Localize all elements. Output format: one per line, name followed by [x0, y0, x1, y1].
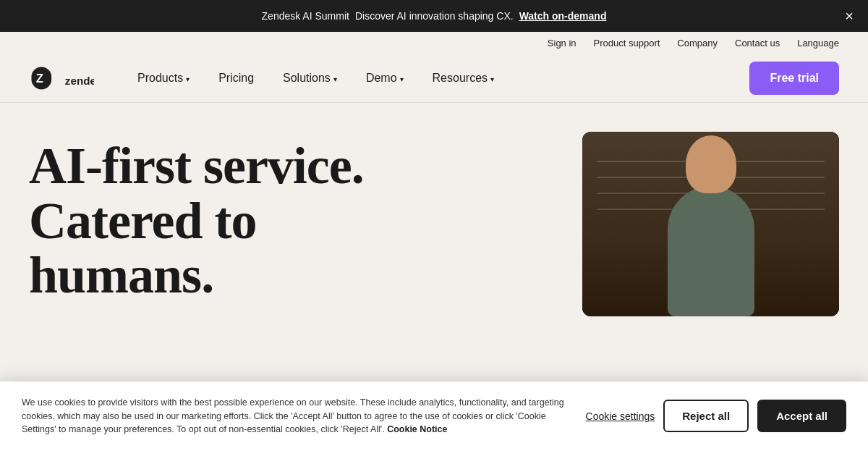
announcement-close-button[interactable]: × [845, 9, 854, 23]
cookie-settings-button[interactable]: Cookie settings [586, 410, 655, 422]
cookie-actions: Cookie settings Reject all Accept all [586, 400, 846, 432]
announcement-bar: Zendesk AI Summit Discover AI innovation… [0, 0, 868, 32]
product-support-link[interactable]: Product support [594, 38, 660, 49]
watch-on-demand-link[interactable]: Watch on-demand [519, 10, 607, 22]
hero-video-placeholder [582, 132, 839, 316]
nav-demo[interactable]: Demo ▾ [352, 64, 418, 92]
reject-all-button[interactable]: Reject all [663, 400, 749, 432]
nav-pricing[interactable]: Pricing [204, 64, 268, 92]
main-nav: zendesk Z Products ▾ Pricing Solutions ▾… [0, 54, 868, 103]
announcement-brand: Zendesk AI Summit [262, 10, 349, 22]
cookie-message: We use cookies to provide visitors with … [22, 397, 564, 435]
cookie-banner: We use cookies to provide visitors with … [0, 382, 868, 451]
cookie-notice-link[interactable]: Cookie Notice [387, 424, 447, 434]
nav-solutions[interactable]: Solutions ▾ [268, 64, 352, 92]
accept-all-button[interactable]: Accept all [757, 400, 846, 432]
demo-chevron-icon: ▾ [400, 75, 404, 83]
hero-line1: AI-first service. [29, 137, 364, 195]
nav-products[interactable]: Products ▾ [123, 64, 204, 92]
nav-links: Products ▾ Pricing Solutions ▾ Demo ▾ Re… [123, 64, 749, 92]
nav-resources[interactable]: Resources ▾ [418, 64, 509, 92]
hero-heading: AI-first service. Catered to humans. [29, 139, 582, 303]
person-image [653, 172, 769, 316]
contact-us-link[interactable]: Contact us [735, 38, 780, 49]
secondary-nav: Sign in Product support Company Contact … [0, 32, 868, 54]
products-chevron-icon: ▾ [186, 75, 190, 83]
hero-line3: humans. [29, 246, 213, 304]
hero-image [582, 132, 839, 316]
solutions-chevron-icon: ▾ [333, 75, 337, 83]
svg-text:zendesk: zendesk [65, 75, 94, 87]
free-trial-button[interactable]: Free trial [749, 62, 839, 95]
announcement-text: Discover AI innovation shaping CX. [355, 10, 514, 22]
svg-text:Z: Z [36, 72, 43, 85]
hero-section: AI-first service. Catered to humans. [0, 103, 868, 349]
resources-chevron-icon: ▾ [490, 75, 494, 83]
hero-line2: Catered to [29, 192, 257, 250]
hero-text: AI-first service. Catered to humans. [29, 132, 582, 303]
company-link[interactable]: Company [677, 38, 718, 49]
language-link[interactable]: Language [797, 38, 839, 49]
sign-in-link[interactable]: Sign in [548, 38, 576, 49]
cookie-text: We use cookies to provide visitors with … [22, 396, 571, 437]
logo[interactable]: zendesk Z [29, 64, 94, 92]
